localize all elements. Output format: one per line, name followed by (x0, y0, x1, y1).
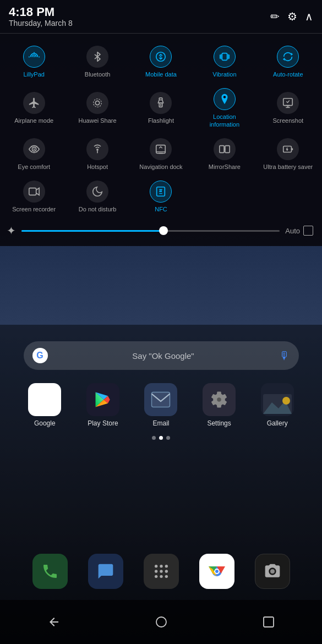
hotspot-icon (86, 138, 108, 160)
svg-point-54 (165, 575, 167, 578)
status-left: 4:18 PM Thursday, March 8 (9, 6, 73, 28)
svg-rect-5 (222, 53, 227, 61)
dock-phone[interactable] (32, 554, 68, 589)
donotdisturb-icon (86, 181, 108, 203)
dot-3 (166, 436, 170, 440)
gallery-icon (261, 383, 294, 416)
tile-mobiledata[interactable]: 1 Mobile data (129, 40, 193, 83)
svg-marker-10 (291, 53, 293, 56)
screenrecorder-label: Screen recorder (12, 206, 56, 213)
tile-bluetooth[interactable]: Bluetooth (66, 40, 129, 83)
svg-point-46 (155, 565, 157, 567)
brightness-track[interactable] (21, 230, 280, 232)
status-icons: ✏ ⚙ ∧ (270, 10, 313, 23)
home-screen: G Say "Ok Google" 🎙 Google (0, 325, 322, 644)
status-date: Thursday, March 8 (9, 19, 73, 28)
settings-label: Settings (207, 419, 231, 427)
page-dots (152, 436, 170, 440)
email-icon (144, 383, 177, 416)
tile-screenrecorder[interactable]: Screen recorder (2, 175, 66, 217)
flashlight-label: Flashlight (148, 117, 174, 124)
app-settings[interactable]: Settings (192, 383, 246, 427)
divider-1 (0, 33, 322, 34)
app-grid: Google (13, 383, 310, 427)
tile-screenshot[interactable]: Screenshot (256, 83, 320, 132)
google-label: Google (34, 419, 56, 427)
svg-point-24 (96, 149, 99, 151)
ultrabattery-icon (277, 138, 299, 160)
collapse-icon[interactable]: ∧ (305, 10, 313, 23)
tile-mirrorshare[interactable]: MirrorShare (193, 133, 256, 175)
dot-1 (152, 436, 156, 440)
settings-icon-app (203, 383, 236, 416)
hotspot-label: Hotspot (87, 163, 108, 171)
svg-rect-36 (29, 188, 36, 195)
svg-point-51 (165, 570, 167, 572)
dock-messages[interactable] (88, 554, 123, 589)
tile-donotdisturb[interactable]: Do not disturb (66, 175, 129, 217)
svg-rect-29 (220, 145, 224, 152)
svg-point-53 (160, 575, 162, 578)
mirrorshare-label: MirrorShare (209, 163, 241, 171)
dock-camera[interactable] (255, 554, 290, 589)
brightness-fill (21, 230, 163, 232)
google-g-logo: G (32, 348, 48, 363)
ultrabattery-label: Ultra battery saver (263, 163, 313, 171)
tile-vibration[interactable]: Vibration (193, 40, 256, 83)
recents-button[interactable] (252, 610, 285, 634)
nfc-label: NFC (155, 206, 167, 213)
tile-location[interactable]: Locationinformation (193, 83, 256, 132)
home-button[interactable] (145, 610, 178, 634)
lillypad-icon (23, 46, 45, 68)
navdock-label: Navigation dock (139, 163, 182, 171)
screenshot-label: Screenshot (272, 117, 303, 124)
location-label: Locationinformation (210, 113, 239, 128)
tile-hotspot[interactable]: Hotspot (66, 133, 129, 175)
edit-icon[interactable]: ✏ (270, 10, 280, 23)
tile-ultrabattery[interactable]: Ultra battery saver (256, 133, 320, 175)
app-playstore[interactable]: Play Store (76, 383, 130, 427)
app-google[interactable]: Google (18, 383, 72, 427)
search-placeholder: Say "Ok Google" (53, 351, 274, 361)
svg-point-23 (33, 148, 35, 150)
mic-icon[interactable]: 🎙 (279, 350, 290, 362)
app-gallery[interactable]: Gallery (250, 383, 304, 427)
app-dock (0, 554, 322, 589)
donotdisturb-label: Do not disturb (79, 206, 116, 213)
tile-nfc[interactable]: N NFC (129, 175, 193, 217)
tile-navdock[interactable]: Navigation dock (129, 133, 193, 175)
svg-text:N: N (160, 189, 162, 193)
bluetooth-icon (86, 46, 108, 68)
huaweishare-label: Huawei Share (79, 117, 117, 124)
svg-point-52 (155, 575, 157, 578)
app-email[interactable]: Email (134, 383, 188, 427)
tile-airplanemode[interactable]: Airplane mode (2, 83, 66, 132)
svg-point-59 (215, 570, 219, 573)
auto-checkbox[interactable] (303, 226, 313, 236)
tiles-row-1: LillyPad Bluetooth 1 Mobile data (0, 36, 322, 220)
tile-huaweishare[interactable]: Huawei Share (66, 83, 129, 132)
brightness-thumb[interactable] (159, 226, 168, 235)
airplanemode-label: Airplane mode (14, 117, 53, 124)
svg-point-60 (270, 569, 275, 574)
dock-allapps[interactable] (144, 554, 179, 589)
mobiledata-label: Mobile data (145, 71, 177, 78)
mobiledata-icon: 1 (150, 46, 172, 68)
settings-icon[interactable]: ⚙ (287, 10, 297, 23)
status-time: 4:18 PM (9, 6, 73, 19)
tile-flashlight[interactable]: Flashlight (129, 83, 193, 132)
airplanemode-icon (23, 92, 45, 114)
nfc-icon: N (150, 181, 172, 203)
google-search-bar[interactable]: G Say "Ok Google" 🎙 (24, 341, 299, 370)
tile-eyecomfort[interactable]: Eye comfort (2, 133, 66, 175)
tile-autorotate[interactable]: Auto-rotate (256, 40, 320, 83)
screenshot-icon (277, 92, 299, 114)
brightness-icon: ✦ (7, 224, 16, 237)
dock-chrome[interactable] (199, 554, 234, 589)
eyecomfort-icon (23, 138, 45, 160)
tile-lillypad[interactable]: LillyPad (2, 40, 66, 83)
back-button[interactable] (37, 610, 70, 634)
bluetooth-label: Bluetooth (85, 71, 110, 78)
svg-point-17 (223, 96, 226, 99)
auto-label: Auto (285, 227, 300, 235)
